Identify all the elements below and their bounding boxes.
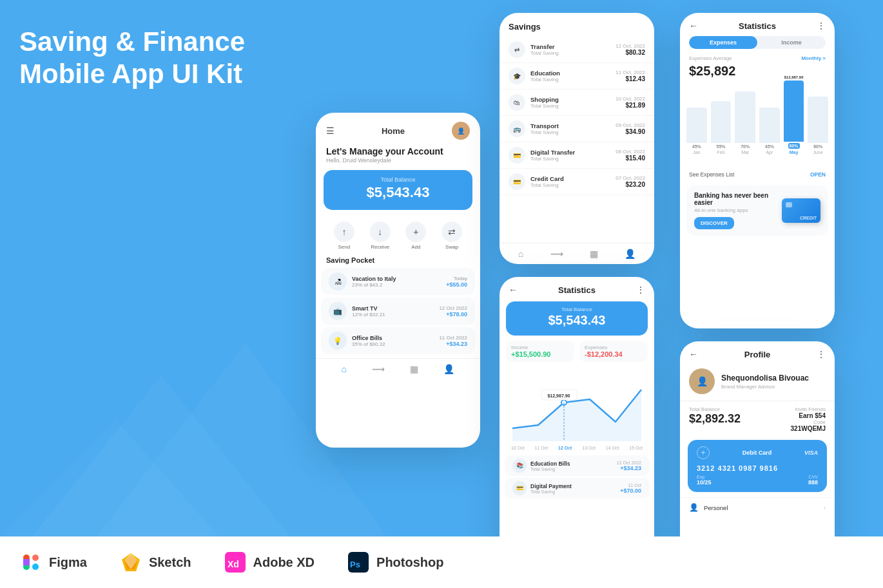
saving-amount-2: +$78.00	[439, 311, 467, 318]
dc-cvv-label: CVV	[808, 475, 818, 479]
figma-tool: Figma	[19, 551, 87, 574]
saving-pct-3: 35% of $90.32	[352, 341, 385, 347]
svg-rect-10	[32, 555, 39, 561]
back-icon[interactable]: ←	[509, 285, 518, 295]
nav-activity-icon[interactable]: ⟿	[372, 364, 385, 374]
swap-btn[interactable]: ⇄ Swap	[442, 222, 462, 250]
phone2-nav: ⌂ ⟿ ▦ 👤	[500, 243, 654, 264]
saving-name-1: Vacation to Italy	[352, 276, 396, 282]
receive-btn[interactable]: ↓ Receive	[370, 222, 391, 250]
saving-pct-2: 12% of $32.21	[352, 312, 385, 318]
bar-jan-rect	[686, 108, 707, 143]
sli-icon-6: 💳	[509, 173, 525, 190]
chart-dates: 10 Oct 11 Oct 12 Oct 13 Oct 14 Oct 15 Oc…	[500, 444, 654, 451]
sli-icon-3: 🛍	[509, 94, 525, 111]
bottom-bar: Figma Sketch Xd Adobe XD Ps Photoshop	[0, 536, 883, 588]
stats-list-1[interactable]: 📚 Education Bills Total Saving 12 Oct 20…	[505, 455, 649, 476]
avatar[interactable]: 👤	[452, 122, 470, 140]
tab-expenses[interactable]: Expenses	[689, 36, 757, 49]
add-btn[interactable]: + Add	[405, 222, 426, 250]
bar-mar-pct: 70%	[741, 144, 750, 149]
stats-item-amount-1: +$34.23	[617, 465, 641, 471]
greeting-sub: Hello, Druid Wensleydale	[326, 157, 470, 164]
saving-pct-1: 23% of $43.2	[352, 282, 396, 288]
bar-apr-pct: 45%	[765, 144, 774, 149]
saving-item-2[interactable]: 📺 Smart TV 12% of $32.21 12 Oct 2022 +$7…	[321, 298, 475, 325]
bar-june-month: June	[813, 150, 823, 155]
stats-item-date-1: 12 Oct 2022	[617, 460, 641, 465]
card-chip	[786, 202, 792, 207]
menu-icon[interactable]: ☰	[326, 126, 335, 136]
nav-home-icon[interactable]: ⌂	[342, 364, 347, 374]
stats-item-amount-2: +$70.00	[620, 488, 641, 494]
nav-profile-icon[interactable]: 👤	[443, 364, 454, 374]
sli-date-1: 12 Oct, 2022	[616, 43, 645, 49]
phone5-back-icon[interactable]: ←	[689, 349, 698, 359]
sli-date-4: 09 Oct, 2022	[616, 122, 645, 128]
saving-date-1: Today	[446, 276, 467, 281]
phone4-title: Statistics	[739, 21, 776, 31]
nav2-activity-icon[interactable]: ⟿	[550, 249, 563, 259]
banner-sub: All-in-one banking apps	[694, 207, 777, 213]
phone4-back-icon[interactable]: ←	[689, 21, 698, 31]
stats-list-2[interactable]: 💳 Digital Payment Total Saving 11 Oct +$…	[505, 478, 649, 498]
nav-chart-icon[interactable]: ▦	[410, 364, 418, 374]
profile-menu-personel[interactable]: 👤 Personel ›	[680, 497, 835, 517]
balance-amount: $5,543.43	[334, 184, 462, 201]
savings-list-item-5[interactable]: 💳 Digital Transfer Total Saving 08 Oct, …	[500, 142, 654, 169]
phone5-more-icon[interactable]: ⋮	[817, 349, 826, 359]
expense-card: Expenses -$12,200.34	[579, 341, 648, 362]
bar-chart: 45% Jan 55% Feb 70% Mar 45% Apr $12,987.…	[686, 84, 828, 167]
sli-amount-2: $12.43	[616, 75, 645, 82]
sli-amount-3: $21.89	[616, 102, 645, 109]
debit-card: + Debit Card VISA 3212 4321 0987 9816 Ex…	[688, 440, 827, 492]
svg-text:Xd: Xd	[228, 559, 239, 569]
personel-icon: 👤	[689, 503, 699, 512]
nav2-chart-icon[interactable]: ▦	[590, 249, 598, 259]
stats-item-name-1: Education Bills	[530, 460, 570, 467]
phone-savings: Savings ⇄ Transfer Total Saving 12 Oct, …	[500, 13, 654, 264]
saving-item-3[interactable]: 💡 Office Bills 35% of $90.32 11 Oct 2022…	[321, 327, 475, 354]
phone3-title: Statistics	[558, 285, 596, 295]
saving-name-2: Smart TV	[352, 305, 385, 312]
stats-item-icon-1: 📚	[512, 459, 527, 473]
stats-item-sub-1: Total Saving	[530, 467, 570, 471]
expenses-monthly-label[interactable]: Monthly >	[801, 55, 826, 61]
date-1: 10 Oct	[511, 446, 525, 450]
add-icon: +	[405, 222, 426, 242]
savings-list-item-4[interactable]: 🚌 Transport Total Saving 09 Oct, 2022 $3…	[500, 116, 654, 142]
sli-amount-5: $15.40	[616, 155, 645, 162]
savings-list-item-2[interactable]: 🎓 Education Total Saving 11 Oct, 2022 $1…	[500, 63, 654, 90]
phone5-title: Profile	[744, 350, 770, 359]
send-label: Send	[338, 244, 351, 250]
balance-invite-row: Total Balance $2,892.32 Invite Friends E…	[680, 401, 835, 435]
saving-name-3: Office Bills	[352, 335, 385, 341]
profile-name: Shequondolisa Bivouac	[721, 374, 809, 383]
discover-button[interactable]: DISCOVER	[694, 217, 734, 229]
sli-amount-1: $80.32	[616, 49, 645, 56]
see-expenses-open[interactable]: OPEN	[810, 171, 826, 178]
nav2-home-icon[interactable]: ⌂	[518, 249, 523, 259]
savings-list-item-6[interactable]: 💳 Credit Card Total Saving 07 Oct, 2022 …	[500, 169, 654, 195]
phone1-header: ☰ Home 👤	[316, 113, 480, 144]
saving-item-1[interactable]: 🏖 Vacation to Italy 23% of $43.2 Today +…	[321, 268, 475, 295]
photoshop-icon: Ps	[347, 551, 370, 574]
saving-amount-1: +$55.00	[446, 281, 467, 288]
line-chart: $12,987.90	[506, 367, 648, 444]
bar-may-pct: 80%	[788, 143, 800, 149]
stats-balance-label: Total Balance	[515, 307, 639, 312]
send-btn[interactable]: ↑ Send	[334, 222, 354, 250]
savings-list-item-1[interactable]: ⇄ Transfer Total Saving 12 Oct, 2022 $80…	[500, 37, 654, 63]
sli-date-6: 07 Oct, 2022	[616, 175, 645, 181]
more-icon[interactable]: ⋮	[636, 285, 645, 295]
adobe-xd-icon: Xd	[224, 551, 247, 574]
stats-item-icon-2: 💳	[512, 481, 527, 495]
phone2-header: Savings	[500, 13, 654, 37]
savings-list-item-3[interactable]: 🛍 Shopping Total Saving 10 Oct, 2022 $21…	[500, 90, 654, 116]
income-card: Income +$15,500.90	[506, 341, 574, 362]
bar-may-rect	[784, 81, 804, 142]
nav2-profile-icon[interactable]: 👤	[625, 249, 636, 259]
sli-sub-2: Total Saving	[530, 77, 560, 82]
tab-income[interactable]: Income	[757, 36, 826, 49]
phone4-more-icon[interactable]: ⋮	[817, 21, 826, 31]
